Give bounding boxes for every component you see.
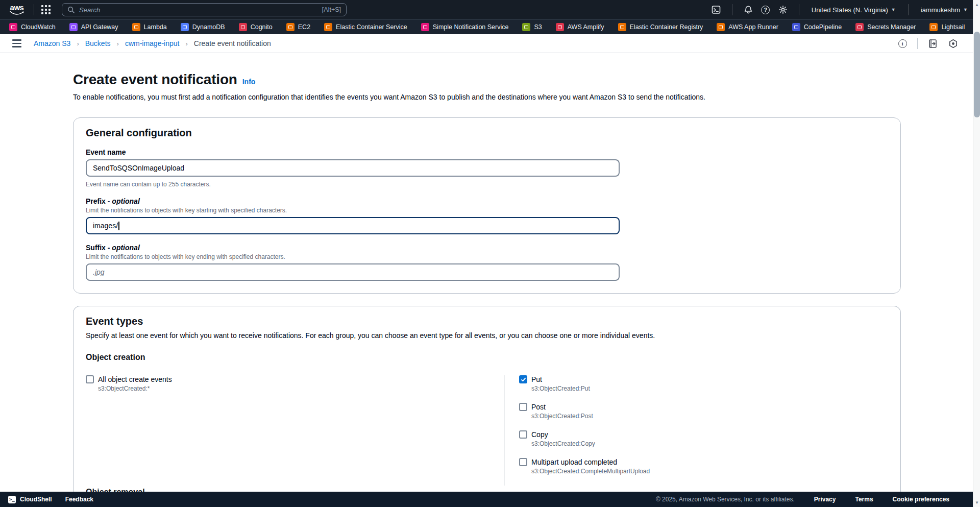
service-label: Secrets Manager bbox=[867, 23, 916, 31]
favorite-service-elastic-container-registry[interactable]: Elastic Container Registry bbox=[618, 23, 703, 31]
service-icon bbox=[618, 23, 626, 31]
favorite-service-lightsail[interactable]: Lightsail bbox=[929, 23, 965, 31]
footer-link-terms[interactable]: Terms bbox=[855, 496, 873, 503]
help-icon[interactable]: ? bbox=[757, 2, 774, 17]
cloudshell-terminal-icon: >_ bbox=[8, 496, 16, 503]
service-icon bbox=[181, 23, 189, 31]
checkbox-copy[interactable] bbox=[519, 430, 527, 439]
checkbox-put[interactable] bbox=[519, 375, 527, 383]
region-selector[interactable]: United States (N. Virginia) ▼ bbox=[806, 6, 901, 14]
favorite-service-cloudwatch[interactable]: CloudWatch bbox=[9, 23, 56, 31]
breadcrumb-item-amazon-s3[interactable]: Amazon S3 bbox=[34, 39, 70, 47]
suffix-field: Suffix - optional Limit the notification… bbox=[86, 244, 888, 281]
suffix-input[interactable] bbox=[86, 263, 620, 281]
account-menu[interactable]: iammukeshm ▼ bbox=[916, 6, 973, 14]
journal-panel-icon[interactable] bbox=[927, 38, 938, 49]
event-name-input[interactable] bbox=[86, 159, 620, 177]
favorite-service-ec2[interactable]: EC2 bbox=[286, 23, 310, 31]
cloudshell-label: CloudShell bbox=[20, 496, 52, 503]
service-label: Elastic Container Service bbox=[336, 23, 407, 31]
event-type-code: s3:ObjectCreated:Post bbox=[531, 413, 888, 420]
search-input[interactable] bbox=[79, 6, 318, 14]
scrollbar-thumb[interactable] bbox=[974, 32, 980, 117]
copyright-text: © 2025, Amazon Web Services, Inc. or its… bbox=[656, 496, 795, 503]
favorite-service-dynamodb[interactable]: DynamoDB bbox=[181, 23, 225, 31]
notifications-bell-icon[interactable] bbox=[740, 2, 757, 17]
side-menu-hamburger-icon[interactable] bbox=[12, 39, 21, 47]
cloudshell-icon[interactable] bbox=[707, 2, 725, 17]
divider bbox=[34, 4, 34, 15]
prefix-input[interactable]: images/ bbox=[86, 217, 620, 234]
info-panel-icon[interactable]: i bbox=[897, 38, 908, 49]
topbar-right-cluster: ? United States (N. Virginia) ▼ iammukes… bbox=[707, 2, 973, 17]
divider bbox=[799, 4, 799, 15]
checkbox-all-object-create-events[interactable] bbox=[86, 375, 94, 383]
favorite-service-secrets-manager[interactable]: Secrets Manager bbox=[855, 23, 916, 31]
service-label: S3 bbox=[534, 23, 542, 31]
divider bbox=[908, 4, 909, 15]
info-link[interactable]: Info bbox=[242, 78, 256, 86]
console-search[interactable]: [Alt+S] bbox=[62, 3, 347, 16]
event-type-label[interactable]: Multipart upload completed bbox=[531, 458, 617, 466]
main-content: Create event notification Info To enable… bbox=[0, 53, 980, 507]
service-label: CodePipeline bbox=[804, 23, 842, 31]
event-type-option: All object create events s3:ObjectCreate… bbox=[86, 375, 504, 392]
event-types-heading: Event types bbox=[86, 316, 888, 327]
event-type-label[interactable]: All object create events bbox=[98, 375, 172, 383]
favorite-service-codepipeline[interactable]: CodePipeline bbox=[792, 23, 842, 31]
event-type-label[interactable]: Post bbox=[531, 403, 546, 411]
footer-link-cookie-preferences[interactable]: Cookie preferences bbox=[893, 496, 949, 503]
services-grid-icon[interactable] bbox=[41, 5, 51, 14]
scroll-down-arrow[interactable]: ▼ bbox=[973, 499, 980, 506]
console-footer: >_ CloudShell Feedback © 2025, Amazon We… bbox=[0, 492, 980, 507]
event-name-help: Event name can contain up to 255 charact… bbox=[86, 181, 888, 188]
service-icon bbox=[132, 23, 140, 31]
prefix-label: Prefix - optional bbox=[86, 197, 888, 205]
service-icon bbox=[522, 23, 530, 31]
service-label: AWS Amplify bbox=[568, 23, 604, 31]
favorite-service-api-gateway[interactable]: API Gateway bbox=[69, 23, 118, 31]
favorite-service-lambda[interactable]: Lambda bbox=[132, 23, 167, 31]
event-types-description: Specify at least one event for which you… bbox=[86, 331, 888, 340]
favorite-service-cognito[interactable]: Cognito bbox=[239, 23, 273, 31]
service-icon bbox=[792, 23, 800, 31]
aws-logo[interactable]: aws bbox=[9, 4, 24, 15]
event-type-label[interactable]: Put bbox=[531, 375, 542, 383]
favorite-service-elastic-container-service[interactable]: Elastic Container Service bbox=[324, 23, 407, 31]
favorite-service-simple-notification-service[interactable]: Simple Notification Service bbox=[421, 23, 509, 31]
prefix-value: images/ bbox=[93, 222, 118, 230]
checkbox-post[interactable] bbox=[519, 403, 527, 411]
vertical-scrollbar[interactable]: ▲ ▼ bbox=[973, 0, 980, 507]
event-name-field: Event name Event name can contain up to … bbox=[86, 148, 888, 188]
breadcrumb-separator-icon: › bbox=[185, 40, 187, 47]
service-label: AWS App Runner bbox=[728, 23, 778, 31]
general-configuration-heading: General configuration bbox=[86, 127, 888, 139]
scroll-up-arrow[interactable]: ▲ bbox=[973, 1, 980, 8]
service-label: Lambda bbox=[144, 23, 167, 31]
event-name-label: Event name bbox=[86, 148, 888, 156]
object-creation-heading: Object creation bbox=[86, 353, 888, 362]
service-label: Lightsail bbox=[941, 23, 965, 31]
footer-link-privacy[interactable]: Privacy bbox=[814, 496, 836, 503]
event-type-option: Copy s3:ObjectCreated:Copy bbox=[519, 430, 888, 447]
breadcrumb-item-cwm-image-input[interactable]: cwm-image-input bbox=[125, 39, 180, 47]
breadcrumb-right-icons: i bbox=[897, 38, 968, 49]
feedback-link[interactable]: Feedback bbox=[65, 496, 93, 503]
service-icon bbox=[717, 23, 725, 31]
prefix-help: Limit the notifications to objects with … bbox=[86, 207, 888, 214]
favorite-service-aws-app-runner[interactable]: AWS App Runner bbox=[717, 23, 778, 31]
event-type-label[interactable]: Copy bbox=[531, 430, 548, 439]
resources-hexagon-icon[interactable] bbox=[947, 38, 959, 49]
settings-gear-icon[interactable] bbox=[774, 2, 792, 17]
page-title: Create event notification bbox=[73, 71, 237, 88]
service-icon bbox=[69, 23, 78, 31]
favorite-service-aws-amplify[interactable]: AWS Amplify bbox=[556, 23, 604, 31]
checkbox-multipart-upload-completed[interactable] bbox=[519, 458, 527, 466]
service-label: DynamoDB bbox=[192, 23, 225, 31]
service-icon bbox=[855, 23, 864, 31]
event-type-code: s3:ObjectCreated:CompleteMultipartUpload bbox=[531, 468, 888, 475]
cloudshell-button[interactable]: >_ CloudShell bbox=[8, 496, 52, 503]
service-icon bbox=[421, 23, 429, 31]
favorite-service-s3[interactable]: S3 bbox=[522, 23, 542, 31]
breadcrumb-item-buckets[interactable]: Buckets bbox=[85, 39, 111, 47]
